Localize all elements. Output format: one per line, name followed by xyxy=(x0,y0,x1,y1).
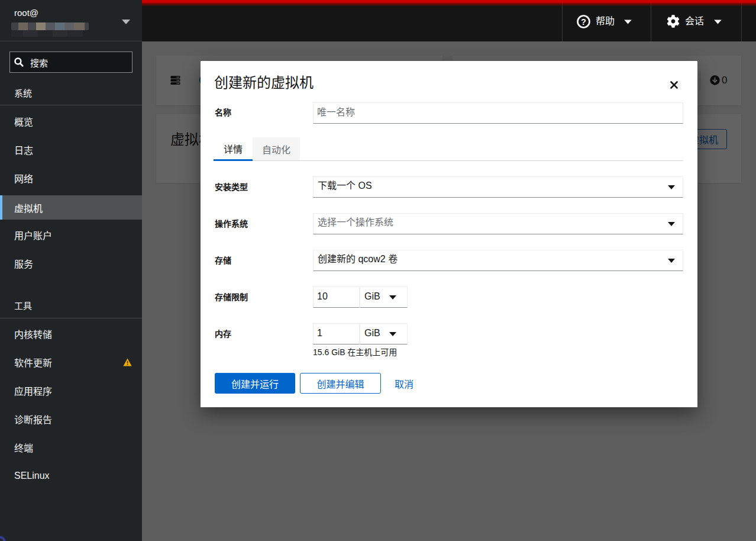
sidebar-item-label: 终端 xyxy=(14,440,33,455)
storage-select[interactable]: 创建新的 qcow2 卷 xyxy=(313,250,683,271)
nav-divider xyxy=(0,318,142,318)
caret-down-icon xyxy=(668,259,675,263)
memory-label: 内存 xyxy=(215,329,231,339)
caret-down-icon xyxy=(668,185,675,189)
nav-divider xyxy=(0,105,142,105)
warning-triangle-icon xyxy=(123,358,132,366)
sidebar-item-label: 应用程序 xyxy=(14,384,52,398)
select-value: 下载一个 OS xyxy=(318,178,372,192)
session-caret-down-icon xyxy=(714,20,722,24)
session-label: 会话 xyxy=(685,13,704,27)
modal-close-button[interactable] xyxy=(665,76,682,93)
cockpit-app: root@ 搜索 系统 概览 日志 网络 虚拟机 用户账户 服务 工具 内核转储… xyxy=(0,0,756,541)
memory-input[interactable] xyxy=(313,323,360,344)
storage-label: 存储 xyxy=(215,255,231,266)
host-selector[interactable]: root@ xyxy=(0,0,142,41)
storage-limit-label: 存储限制 xyxy=(215,292,248,302)
sidebar-item-label: 虚拟机 xyxy=(14,201,43,215)
create-and-run-button[interactable]: 创建并运行 xyxy=(215,373,295,394)
sidebar: root@ 搜索 系统 概览 日志 网络 虚拟机 用户账户 服务 工具 内核转储… xyxy=(0,0,142,541)
installation-type-label: 安装类型 xyxy=(215,182,248,192)
tab-details[interactable]: 详情 xyxy=(214,137,253,161)
memory-unit-select[interactable]: GiB xyxy=(360,323,408,344)
sidebar-item-networking[interactable]: 网络 xyxy=(0,166,142,190)
caret-down-icon xyxy=(389,332,396,336)
caret-down-icon xyxy=(389,295,396,300)
sidebar-item-accounts[interactable]: 用户账户 xyxy=(0,223,142,247)
operating-system-label: 操作系统 xyxy=(215,218,248,229)
sidebar-item-label: 诊断报告 xyxy=(14,412,52,426)
tab-automation[interactable]: 自动化 xyxy=(253,137,300,161)
corner-artifact xyxy=(0,536,5,541)
help-caret-down-icon xyxy=(624,20,632,24)
installation-type-select[interactable]: 下载一个 OS xyxy=(313,176,683,198)
sidebar-item-applications[interactable]: 应用程序 xyxy=(0,379,142,402)
cancel-button[interactable]: 取消 xyxy=(393,373,415,394)
host-name-redacted-2 xyxy=(11,30,83,37)
nav-group-tools: 工具 xyxy=(14,298,127,314)
sidebar-item-label: 用户账户 xyxy=(14,228,52,242)
sidebar-item-software-updates[interactable]: 软件更新 xyxy=(0,350,142,374)
svg-text:?: ? xyxy=(581,17,586,26)
sidebar-item-label: SELinux xyxy=(14,471,50,481)
sidebar-search-input[interactable]: 搜索 xyxy=(9,51,133,73)
sidebar-item-diagnostic-reports[interactable]: 诊断报告 xyxy=(0,407,142,431)
host-caret-down-icon xyxy=(122,20,130,24)
name-label: 名称 xyxy=(215,107,231,118)
sidebar-item-virtual-machines[interactable]: 虚拟机 xyxy=(0,195,142,220)
create-and-edit-button[interactable]: 创建并编辑 xyxy=(300,373,381,394)
search-placeholder: 搜索 xyxy=(30,56,48,69)
select-value: GiB xyxy=(364,328,380,339)
search-icon xyxy=(14,57,24,67)
operating-system-select[interactable]: 选择一个操作系统 xyxy=(313,213,683,234)
sidebar-item-terminal[interactable]: 终端 xyxy=(0,436,142,459)
question-circle-icon: ? xyxy=(577,15,590,28)
tab-label: 自动化 xyxy=(262,142,290,156)
sidebar-item-label: 内核转储 xyxy=(14,327,52,341)
nav-group-system: 系统 xyxy=(14,85,127,102)
tabs-underline xyxy=(253,160,683,161)
select-value: 创建新的 qcow2 卷 xyxy=(318,251,398,265)
sidebar-item-label: 日志 xyxy=(14,143,33,157)
sidebar-item-logs[interactable]: 日志 xyxy=(0,138,142,162)
brand-red-bar xyxy=(142,0,756,7)
storage-limit-input[interactable] xyxy=(313,286,360,308)
memory-helper-text: 15.6 GiB 在主机上可用 xyxy=(313,346,397,359)
storage-limit-unit-select[interactable]: GiB xyxy=(360,286,408,308)
sidebar-item-kernel-dumps[interactable]: 内核转储 xyxy=(0,322,142,346)
create-vm-modal: 创建新的虚拟机 名称 详情 自动化 安装类型 下载一个 OS 操作系统 选择一个… xyxy=(201,61,697,407)
select-placeholder: 选择一个操作系统 xyxy=(318,214,393,228)
sidebar-item-services[interactable]: 服务 xyxy=(0,252,142,275)
gear-icon xyxy=(667,15,680,28)
sidebar-item-selinux[interactable]: SELinux xyxy=(0,464,142,488)
sidebar-item-label: 概览 xyxy=(14,114,33,128)
sidebar-item-label: 网络 xyxy=(14,171,33,185)
modal-title: 创建新的虚拟机 xyxy=(214,73,314,92)
vm-name-input[interactable] xyxy=(313,102,683,124)
masthead: ? 帮助 会话 xyxy=(142,0,756,41)
host-user-label: root@ xyxy=(14,8,38,18)
host-name-redacted xyxy=(11,22,89,30)
sidebar-item-overview[interactable]: 概览 xyxy=(0,110,142,133)
select-value: GiB xyxy=(364,291,380,302)
caret-down-icon xyxy=(668,222,675,226)
sidebar-item-label: 软件更新 xyxy=(14,355,52,369)
close-icon xyxy=(670,81,678,89)
sidebar-item-label: 服务 xyxy=(14,256,33,270)
help-label: 帮助 xyxy=(596,13,615,27)
tab-label: 详情 xyxy=(224,141,243,156)
